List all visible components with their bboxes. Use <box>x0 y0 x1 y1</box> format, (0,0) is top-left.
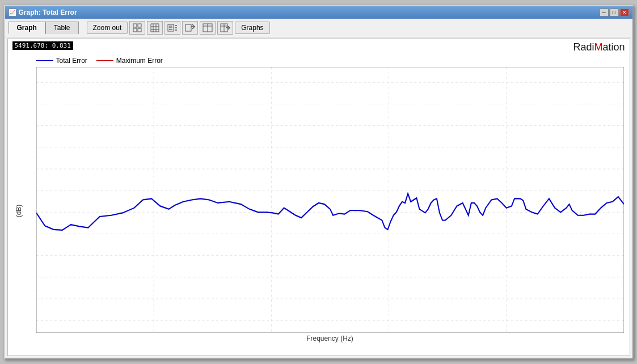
svg-rect-1 <box>138 24 141 27</box>
svg-rect-2 <box>133 28 137 32</box>
title-controls: ─ □ ✕ <box>600 9 629 16</box>
table-export-icon-button[interactable] <box>200 21 216 35</box>
svg-rect-19 <box>185 24 191 31</box>
title-bar: 📈 Graph: Total Error ─ □ ✕ <box>5 6 632 19</box>
legend: Total Error Maximum Error <box>8 56 630 67</box>
chart-svg: .grid-line { stroke: #cccccc; stroke-wid… <box>36 67 624 333</box>
coord-display: 5491.678; 0.831 <box>12 41 73 50</box>
chart-wrapper: (dB) .grid-line { stroke: #cccccc; strok… <box>8 67 630 355</box>
legend-line-red <box>96 60 113 61</box>
legend-line-blue <box>36 60 53 61</box>
graphs-button[interactable]: Graphs <box>235 22 269 34</box>
toolbar: Graph Table Zoom out <box>5 19 632 37</box>
svg-rect-0 <box>133 24 137 27</box>
legend-maximum-error: Maximum Error <box>96 57 163 65</box>
title-bar-left: 📈 Graph: Total Error <box>9 9 77 16</box>
tab-table[interactable]: Table <box>45 22 79 34</box>
legend-label-total-error: Total Error <box>56 57 87 65</box>
export1-icon-button[interactable] <box>164 21 180 35</box>
toolbar-buttons: Zoom out <box>87 21 270 35</box>
maximize-button[interactable]: □ <box>610 9 619 16</box>
main-window: 📈 Graph: Total Error ─ □ ✕ Graph Table Z… <box>4 5 634 359</box>
zoom-out-button[interactable]: Zoom out <box>87 22 128 34</box>
legend-label-maximum-error: Maximum Error <box>116 57 163 65</box>
close-button[interactable]: ✕ <box>620 9 629 16</box>
legend-total-error: Total Error <box>36 57 87 65</box>
minimize-button[interactable]: ─ <box>600 9 609 16</box>
x-axis-label: Frequency (Hz) <box>36 335 624 345</box>
window-title: Graph: Total Error <box>19 9 77 16</box>
grid-icon-button[interactable] <box>129 21 145 35</box>
graph-top-bar: 5491.678; 0.831 RadiMation <box>8 39 630 56</box>
tab-bar: Graph Table <box>9 22 79 34</box>
window-icon: 📈 <box>9 9 16 16</box>
graph-area: 5491.678; 0.831 RadiMation Total Error M… <box>7 39 630 356</box>
brand-logo: RadiMation <box>573 41 625 53</box>
y-axis-label: (dB) <box>15 205 23 218</box>
svg-rect-28 <box>36 67 624 333</box>
svg-rect-3 <box>138 28 141 32</box>
grid2-icon-button[interactable] <box>147 21 163 35</box>
table-export2-icon-button[interactable] <box>217 21 233 35</box>
tab-graph[interactable]: Graph <box>9 22 45 34</box>
export2-icon-button[interactable] <box>182 21 198 35</box>
